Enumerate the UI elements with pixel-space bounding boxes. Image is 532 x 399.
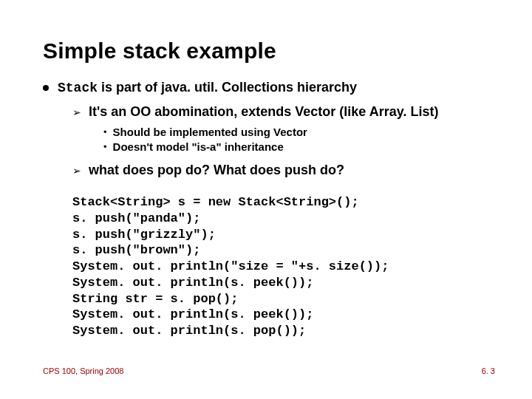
l1-text: Stack is part of java. util. Collections… — [58, 80, 357, 95]
bullet-dot-icon — [43, 85, 49, 91]
arrow-icon: ➢ — [72, 165, 81, 177]
l2b-text: what does pop do? What does push do? — [89, 163, 344, 178]
bullet-l3b: • Doesn't model "is-a" inheritance — [103, 140, 495, 154]
code-block: Stack<String> s = new Stack<String>(); s… — [72, 194, 495, 339]
l3a-text: Should be implemented using Vector — [113, 126, 307, 138]
arrow-icon: ➢ — [72, 106, 81, 118]
dot-icon: • — [103, 126, 107, 139]
footer-right: 6. 3 — [482, 366, 495, 375]
l1-mono: Stack — [58, 81, 98, 95]
bullet-l3a: • Should be implemented using Vector — [103, 126, 495, 139]
bullet-l2b: ➢ what does pop do? What does push do? — [72, 163, 495, 178]
bullet-l2a: ➢ It's an OO abomination, extends Vector… — [72, 104, 495, 120]
bullet-l1: Stack is part of java. util. Collections… — [43, 80, 495, 95]
dot-icon: • — [103, 140, 107, 154]
l1-rest: is part of java. util. Collections hiera… — [98, 80, 357, 95]
bullet-l3-group: • Should be implemented using Vector • D… — [103, 126, 495, 154]
l2a-text: It's an OO abomination, extends Vector (… — [89, 104, 438, 120]
slide-title: Simple stack example — [43, 38, 495, 64]
l3b-text: Doesn't model "is-a" inheritance — [113, 140, 284, 153]
footer-left: CPS 100, Spring 2008 — [43, 366, 123, 375]
slide: Simple stack example Stack is part of ja… — [0, 0, 532, 399]
